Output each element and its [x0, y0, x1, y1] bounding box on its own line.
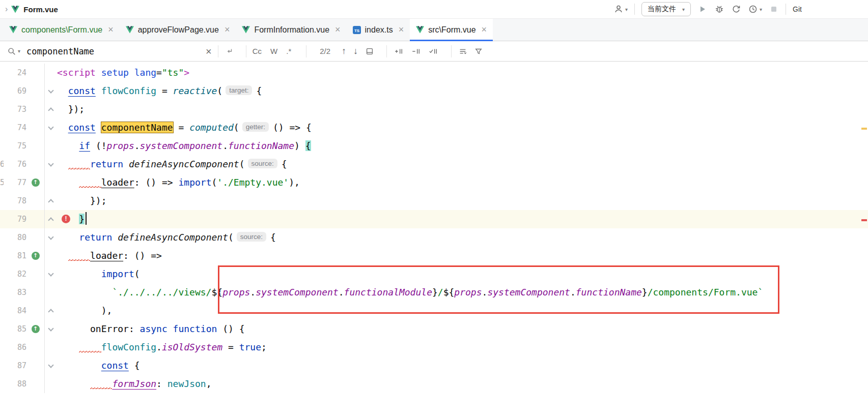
line-number[interactable]: 85: [0, 320, 26, 338]
code-text[interactable]: formJson: newJson,: [57, 375, 211, 393]
code-text[interactable]: });: [57, 100, 85, 118]
tab-src-Form.vue[interactable]: src\Form.vue×: [410, 19, 493, 41]
gutter[interactable]: 88: [0, 375, 57, 393]
line-number[interactable]: 78: [0, 192, 26, 210]
code-text[interactable]: loader: () =>: [57, 247, 162, 265]
line-number[interactable]: 81: [0, 247, 26, 265]
fold-slot[interactable]: [45, 328, 57, 331]
gutter[interactable]: 80: [0, 228, 57, 247]
gutter[interactable]: 676: [0, 155, 57, 173]
code-text[interactable]: if (!props.systemComponent.functionName)…: [57, 137, 311, 155]
gutter[interactable]: 79: [0, 210, 57, 228]
code-line-69[interactable]: 69 const flowConfig = reactive(target:{: [0, 82, 868, 100]
select-all-matches-icon[interactable]: [428, 47, 439, 56]
fold-slot[interactable]: [45, 163, 57, 166]
gutter[interactable]: 78: [0, 192, 57, 210]
line-number[interactable]: 76: [0, 155, 26, 173]
gutter[interactable]: 73: [0, 100, 57, 118]
line-number[interactable]: 82: [0, 265, 26, 283]
gutter[interactable]: 86: [0, 338, 57, 356]
fold-down-icon[interactable]: [48, 271, 53, 276]
tab-close-icon[interactable]: ×: [399, 24, 404, 35]
tab-index.ts[interactable]: TSindex.ts×: [347, 19, 410, 41]
code-line-87[interactable]: 87 const {: [0, 356, 868, 375]
code-text[interactable]: const {: [57, 356, 140, 375]
line-number[interactable]: 69: [0, 82, 26, 100]
whole-words-toggle[interactable]: W: [270, 47, 277, 55]
rerun-icon[interactable]: [731, 4, 741, 14]
gutter[interactable]: 82: [0, 265, 57, 283]
line-number[interactable]: 83: [0, 283, 26, 302]
line-number[interactable]: 84: [0, 302, 26, 320]
clear-search-icon[interactable]: ×: [206, 46, 212, 56]
code-text[interactable]: });: [57, 192, 107, 210]
code-line-84[interactable]: 84 ),: [0, 302, 868, 320]
tab-approveFlowPage.vue[interactable]: approveFlowPage.vue×: [120, 19, 236, 41]
line-number[interactable]: 74: [0, 118, 26, 137]
code-line-82[interactable]: 82 import(: [0, 265, 868, 283]
run-icon[interactable]: [697, 4, 708, 14]
fold-slot[interactable]: [45, 308, 57, 314]
fold-slot[interactable]: [45, 107, 57, 112]
open-in-find-window-icon[interactable]: [365, 47, 374, 56]
run-config-selector[interactable]: 当前文件 ▾: [641, 2, 691, 16]
line-number[interactable]: 88: [0, 375, 26, 393]
line-number[interactable]: 77: [0, 173, 26, 192]
gutter[interactable]: 75: [0, 137, 57, 155]
fold-up-icon[interactable]: [48, 309, 53, 314]
gutter-implemented-icon[interactable]: ↑: [32, 325, 40, 333]
code-line-73[interactable]: 73 });: [0, 100, 868, 118]
code-text[interactable]: return defineAsyncComponent(source:{: [57, 155, 287, 173]
line-number[interactable]: 73: [0, 100, 26, 118]
gutter[interactable]: 85↑: [0, 320, 57, 338]
code-text[interactable]: `./../../../views/${props.systemComponen…: [57, 283, 763, 302]
code-text[interactable]: onError: async function () {: [57, 320, 245, 338]
gutter[interactable]: 74: [0, 118, 57, 137]
regex-toggle[interactable]: .*: [286, 47, 291, 55]
code-text[interactable]: const componentName = computed(getter:()…: [57, 118, 312, 137]
code-line-80[interactable]: 80 return defineAsyncComponent(source:{: [0, 228, 868, 247]
error-icon[interactable]: !: [62, 215, 70, 223]
error-stripe-mark[interactable]: [861, 128, 867, 130]
gutter[interactable]: 81↑: [0, 247, 57, 265]
line-number[interactable]: 87: [0, 356, 26, 375]
fold-slot[interactable]: [45, 365, 57, 367]
code-line-76[interactable]: 676 return defineAsyncComponent(source:{: [0, 155, 868, 173]
gutter[interactable]: 87: [0, 356, 57, 375]
gutter[interactable]: 83: [0, 283, 57, 302]
fold-down-icon[interactable]: [48, 161, 53, 166]
code-line-74[interactable]: 74 const componentName = computed(getter…: [0, 118, 868, 137]
next-match-icon[interactable]: ↓: [353, 46, 358, 56]
code-text[interactable]: import(: [57, 265, 140, 283]
git-widget[interactable]: Git: [793, 5, 802, 13]
code-line-24[interactable]: 24<script setup lang="ts">: [0, 64, 868, 82]
search-icon[interactable]: ▾: [7, 47, 20, 56]
fold-down-icon[interactable]: [48, 325, 53, 331]
fold-slot[interactable]: [45, 198, 57, 204]
code-line-75[interactable]: 75 if (!props.systemComponent.functionNa…: [0, 137, 868, 155]
tab-close-icon[interactable]: ×: [225, 24, 230, 35]
line-number[interactable]: 80: [0, 228, 26, 247]
gutter[interactable]: 84: [0, 302, 57, 320]
tab-close-icon[interactable]: ×: [335, 24, 341, 35]
gutter[interactable]: 24: [0, 64, 57, 82]
fold-down-icon[interactable]: [48, 124, 53, 130]
tab-close-icon[interactable]: ×: [108, 24, 114, 35]
search-input[interactable]: componentName: [26, 46, 206, 56]
tab-close-icon[interactable]: ×: [482, 24, 487, 35]
fold-down-icon[interactable]: [48, 87, 53, 93]
tab-FormInformation.vue[interactable]: FormInformation.vue×: [236, 19, 346, 41]
add-match-selection-icon[interactable]: [393, 47, 404, 56]
fold-up-icon[interactable]: [48, 199, 53, 204]
code-text[interactable]: <script setup lang="ts">: [57, 64, 189, 82]
results-list-icon[interactable]: [458, 47, 468, 56]
remove-match-selection-icon[interactable]: [410, 47, 422, 56]
code-line-88[interactable]: 88 formJson: newJson,: [0, 375, 868, 393]
fold-slot[interactable]: [45, 217, 57, 222]
code-line-86[interactable]: 86 flowConfig.isOldSystem = true;: [0, 338, 868, 356]
profiler-icon[interactable]: ▾: [748, 4, 762, 14]
fold-slot[interactable]: [45, 127, 57, 129]
gutter-implemented-icon[interactable]: ↑: [32, 252, 40, 260]
filter-search-results-icon[interactable]: [474, 47, 483, 56]
gutter-implemented-icon[interactable]: ↑: [32, 178, 40, 187]
